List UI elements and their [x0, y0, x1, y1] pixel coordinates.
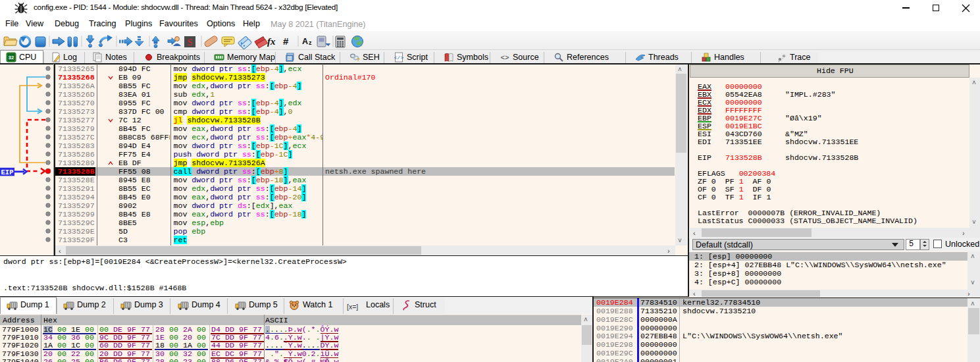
- svg-text:fx: fx: [267, 36, 276, 47]
- svg-text:#: #: [283, 36, 289, 47]
- svg-text:?: ?: [357, 57, 360, 63]
- svg-text:<>: <>: [500, 54, 509, 62]
- svg-text:</>: </>: [394, 55, 404, 61]
- svg-text:A: A: [302, 37, 308, 46]
- svg-text:z: z: [309, 39, 312, 46]
- svg-text:EIP: EIP: [1, 168, 14, 176]
- svg-text:32: 32: [9, 55, 14, 61]
- svg-text:S: S: [188, 38, 193, 47]
